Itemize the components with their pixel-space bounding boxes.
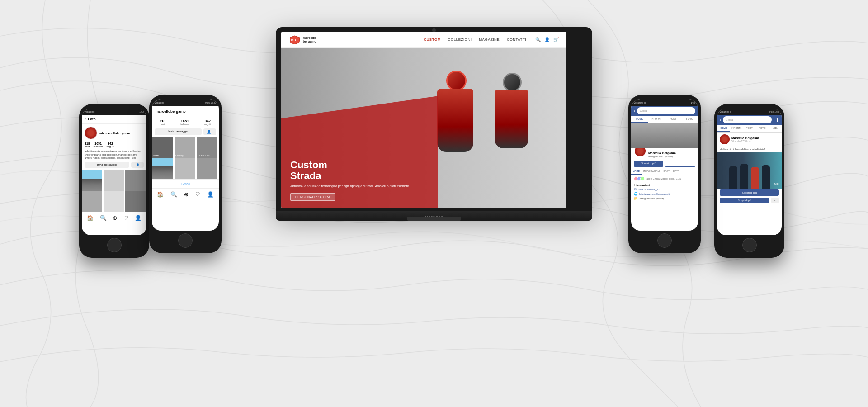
- fb-tab-info[interactable]: INFORM.: [648, 116, 665, 123]
- category-icon: 📁: [634, 197, 638, 200]
- insta2-follow-btn[interactable]: 👤+: [203, 128, 216, 135]
- fb-right-tab-post[interactable]: POST: [743, 125, 756, 132]
- phone-body-facebook-right: Vodafone IT 96% 14:3 ‹ Cerca ⬆ HOME INFO…: [714, 104, 784, 258]
- fb-more-btn-left[interactable]: ···: [665, 161, 695, 167]
- website-nav-links: CUSTOM COLLEZIONI MAGAZINE CONTATTI: [424, 38, 526, 42]
- insta-header-left: ‹ Foto: [82, 115, 146, 124]
- share-icon[interactable]: ⬆: [775, 118, 779, 123]
- fb-likes-text: Piace a Chiara, Matteo, Robi... 7139: [645, 177, 681, 180]
- fb-website-link[interactable]: http://www.marcellobergamo.it/: [639, 193, 670, 195]
- insta2-stat-posts: 318 post: [160, 119, 165, 126]
- insta2-grid: Ido Mb Shooting GF BORGOM...: [152, 137, 219, 179]
- fb-likes-row: Piace a Chiara, Matteo, Robi... 7139: [631, 175, 698, 182]
- fb-right-discover-btn[interactable]: Scopri di più: [720, 189, 779, 196]
- message-btn-left[interactable]: Invia messaggio: [85, 162, 129, 168]
- fb-back-icon[interactable]: ‹: [634, 109, 635, 114]
- insta2-grid-item-mb[interactable]: Ido Mb: [152, 137, 173, 158]
- fb-info-row-2: 🌐 http://www.marcellobergamo.it/: [634, 192, 695, 196]
- search-icon[interactable]: 🔍: [535, 37, 541, 42]
- laptop-brand-label: MacBook: [425, 215, 443, 219]
- fb-right-share-btn[interactable]: Scopri di più: [720, 198, 769, 203]
- nav-add-icon[interactable]: ⊕: [113, 215, 117, 221]
- carrier-left: Vodafone IT: [85, 110, 97, 113]
- laptop-screen: MB marcello bergamo CUSTOM COLLEZIONI MA…: [281, 32, 566, 208]
- fb-tab-home[interactable]: HOME: [631, 116, 648, 123]
- insta2-message-btn[interactable]: Invia messaggio: [155, 128, 202, 135]
- grid-item-1[interactable]: [82, 170, 102, 191]
- grid-item-3[interactable]: [125, 170, 146, 191]
- fb-tabs-left: HOME INFORM. POST FOTO: [631, 116, 698, 123]
- home-button-insta-right[interactable]: [178, 233, 193, 248]
- fb-page-tab-foto[interactable]: FOTO: [671, 169, 681, 175]
- insta2-dots-icon[interactable]: ⋮: [209, 108, 215, 115]
- fb-page-tab-post[interactable]: POST: [661, 169, 671, 175]
- nav-profile-icon[interactable]: 👤: [135, 215, 142, 221]
- nav2-home-icon[interactable]: 🏠: [157, 191, 164, 198]
- fb-right-tab-video[interactable]: VID.: [769, 125, 782, 132]
- fb-tab-foto[interactable]: FOTO: [681, 116, 698, 123]
- hero-cta-button[interactable]: PERSONALIZZA ORA: [290, 193, 335, 201]
- phone-instagram-left: Vodafone IT 14:2 ‹ Foto mbmarcellobergam…: [79, 104, 149, 258]
- nav-link-custom[interactable]: CUSTOM: [424, 38, 441, 42]
- fb-page-tab-home[interactable]: HOME: [631, 169, 642, 175]
- fb-right-tab-foto[interactable]: FOTO: [756, 125, 769, 132]
- hero-subtitle: Abbiamo la soluzione tecnologica per ogn…: [290, 184, 429, 189]
- insta2-bottom-link[interactable]: E-mail: [152, 179, 219, 188]
- grid-item-5[interactable]: [104, 191, 124, 212]
- discover-btn-label-left: Scopri di più: [641, 162, 656, 165]
- grid-item-4[interactable]: [82, 191, 102, 212]
- fb-search-bar-left: ‹ Cerca: [631, 106, 698, 116]
- insta-stat-following: 342 seguiti: [106, 142, 114, 148]
- fb-search-input[interactable]: Cerca: [637, 107, 695, 114]
- fb-right-tab-info[interactable]: INFORM.: [730, 125, 743, 132]
- insta-bio-left: abbigliamento personalizzato per team e …: [82, 150, 146, 162]
- fb-discover-btn-left[interactable]: Scopri di più: [634, 161, 663, 167]
- insta2-posts-count: 318: [160, 119, 165, 123]
- user-icon[interactable]: 👤: [544, 37, 550, 42]
- follow-btn-icon[interactable]: 👤: [131, 162, 144, 168]
- home-button-fb-left[interactable]: [657, 233, 672, 248]
- fb-right-tab-home[interactable]: HOME: [717, 125, 730, 132]
- laptop: MB marcello bergamo CUSTOM COLLEZIONI MA…: [276, 27, 592, 221]
- grid-item-6[interactable]: [125, 191, 146, 212]
- fb-tabs-right: HOME INFORM. POST FOTO VID.: [717, 125, 782, 133]
- phone-facebook-left: Vodafone IT 14:3 ‹ Cerca HOME INFORM. PO…: [628, 95, 701, 253]
- insta2-grid-item-shooting[interactable]: Shooting: [175, 137, 195, 158]
- nav-home-icon[interactable]: 🏠: [87, 215, 94, 221]
- insta2-grid-item-gf[interactable]: GF BORGOM...: [197, 137, 217, 158]
- nav-search-icon[interactable]: 🔍: [100, 215, 107, 221]
- nav2-search-icon[interactable]: 🔍: [170, 191, 177, 198]
- fb-search-input-right[interactable]: Cerca: [723, 116, 772, 123]
- back-icon[interactable]: ‹: [85, 117, 86, 122]
- cart-icon[interactable]: 🛒: [553, 37, 559, 42]
- home-button-fb-right[interactable]: [742, 238, 757, 252]
- nav2-add-icon[interactable]: ⊕: [184, 191, 189, 198]
- grid-item-2[interactable]: [104, 170, 124, 191]
- nav-link-collezioni[interactable]: COLLEZIONI: [448, 38, 472, 42]
- insta-actions-left: Invia messaggio 👤: [82, 162, 146, 170]
- nav-heart-icon[interactable]: ♡: [123, 215, 128, 221]
- website-logo: MB marcello bergamo: [288, 35, 316, 45]
- insta2-grid-item-6[interactable]: [197, 158, 217, 179]
- insta2-followers-count: 1651: [180, 119, 189, 123]
- time-fb-left: 14:3: [691, 101, 695, 104]
- nav-link-magazine[interactable]: MAGAZINE: [479, 38, 500, 42]
- nav2-profile-icon[interactable]: 👤: [207, 191, 214, 198]
- home-button-left[interactable]: [107, 238, 122, 252]
- fb-right-options-btn[interactable]: ···: [771, 198, 779, 203]
- status-bar-fb-right: Vodafone IT 96% 14:3: [717, 109, 782, 115]
- insta2-grid-item-5[interactable]: [175, 158, 195, 179]
- phone-screen-instagram-left: Vodafone IT 14:2 ‹ Foto mbmarcellobergam…: [82, 109, 146, 235]
- fb-tab-post[interactable]: POST: [665, 116, 681, 123]
- status-bar-insta-right: Vodafone IT 96% 14:29: [152, 99, 219, 106]
- insta-stats-left: 318 post 1651 follower 342 seguiti: [82, 142, 146, 150]
- insta-grid-left: [82, 170, 146, 212]
- insta-avatar-left: [85, 127, 97, 139]
- insta2-grid-item-cyclist[interactable]: [152, 158, 173, 179]
- fb-send-message-link[interactable]: Invia un messaggio: [638, 188, 659, 191]
- nav-link-contatti[interactable]: CONTATTI: [507, 38, 526, 42]
- nav2-heart-icon[interactable]: ♡: [195, 191, 200, 198]
- fb-info-row-3: 📁 Abbigliamento (brand): [634, 197, 695, 200]
- fb-page-tab-info[interactable]: INFORMAZIONI: [642, 169, 661, 175]
- fb-back-icon-right[interactable]: ‹: [720, 118, 721, 123]
